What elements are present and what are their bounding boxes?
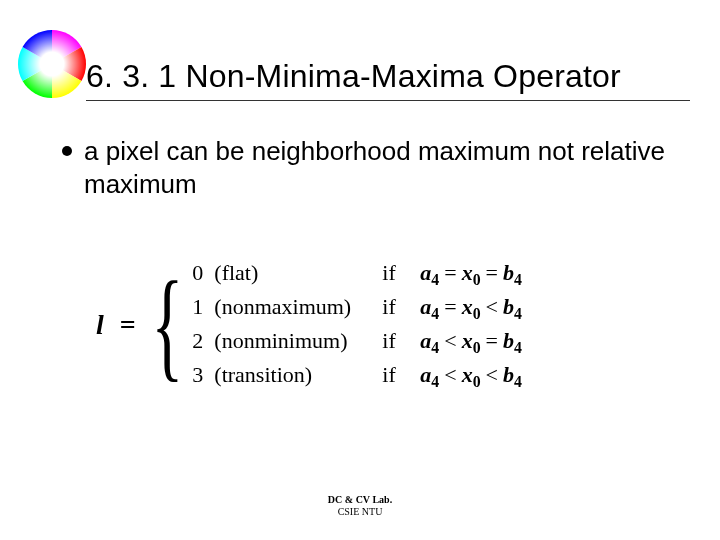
bullet-dot-icon — [62, 146, 72, 156]
footer-lab: DC & CV Lab. — [0, 494, 720, 506]
case-row: 1 (nonmaximum) if a4=x0<b4 — [192, 292, 522, 325]
case-if: if — [382, 360, 420, 390]
case-value: 2 — [192, 326, 214, 356]
left-brace-icon: { — [151, 275, 183, 375]
case-value: 3 — [192, 360, 214, 390]
case-condition: a4<x0<b4 — [420, 360, 522, 393]
case-label: (flat) — [214, 258, 382, 288]
case-condition: a4=x0<b4 — [420, 292, 522, 325]
formula-equals: = — [120, 309, 136, 341]
formula-lhs: l — [96, 309, 106, 341]
bullet-item: a pixel can be neighborhood maximum not … — [62, 135, 672, 202]
case-condition: a4<x0=b4 — [420, 326, 522, 359]
case-if: if — [382, 292, 420, 322]
case-label: (transition) — [214, 360, 382, 390]
svg-point-0 — [18, 30, 86, 98]
footer-dept: CSIE NTU — [0, 506, 720, 518]
case-row: 3 (transition) if a4<x0<b4 — [192, 360, 522, 393]
case-condition: a4=x0=b4 — [420, 258, 522, 291]
bullet-text: a pixel can be neighborhood maximum not … — [84, 135, 672, 202]
slide-title: 6. 3. 1 Non-Minima-Maxima Operator — [86, 58, 621, 95]
case-if: if — [382, 326, 420, 356]
case-row: 0 (flat) if a4=x0=b4 — [192, 258, 522, 291]
case-value: 1 — [192, 292, 214, 322]
case-value: 0 — [192, 258, 214, 288]
logo-icon — [18, 30, 86, 98]
case-row: 2 (nonminimum) if a4<x0=b4 — [192, 326, 522, 359]
case-label: (nonmaximum) — [214, 292, 382, 322]
title-underline — [86, 100, 690, 101]
case-if: if — [382, 258, 420, 288]
case-label: (nonminimum) — [214, 326, 382, 356]
formula-block: l = { 0 (flat) if a4=x0=b4 1 (nonmaximum… — [96, 258, 522, 393]
footer: DC & CV Lab. CSIE NTU — [0, 494, 720, 518]
formula-cases: 0 (flat) if a4=x0=b4 1 (nonmaximum) if a… — [192, 258, 522, 393]
